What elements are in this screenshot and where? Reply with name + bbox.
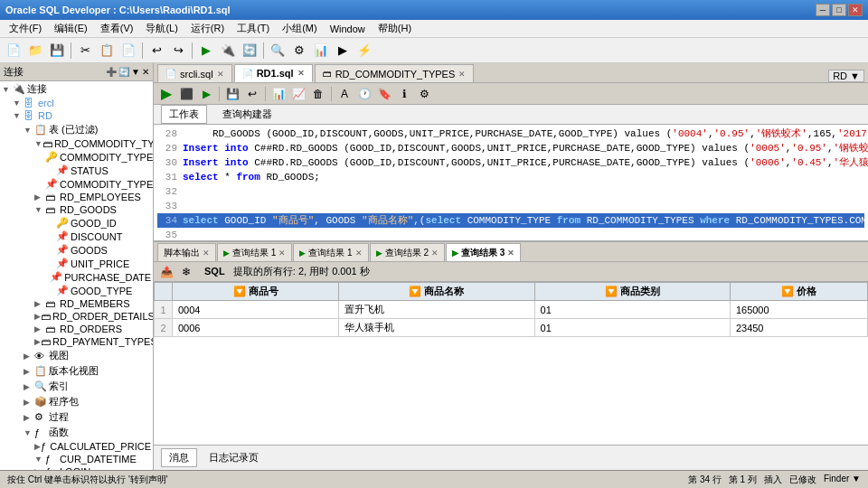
sidebar-item-versioned-views[interactable]: ▶ 📋 版本化视图 (0, 363, 153, 379)
sidebar-item-members[interactable]: ▶ 🗃 RD_MEMBERS (0, 297, 153, 310)
tab-rd1[interactable]: 📄 RD1.sql ✕ (234, 64, 313, 82)
sidebar-item-col-discount[interactable]: 📌 DISCOUNT (0, 230, 153, 243)
result-tab-close[interactable]: ✕ (431, 249, 439, 258)
sql-editor[interactable]: 28 RD_GOODS (GOOD_ID,DISCOUNT,GOODS,UNIT… (154, 125, 868, 242)
line-content[interactable]: Insert into C##RD.RD_GOODS (GOOD_ID,DISC… (183, 141, 868, 155)
line-content[interactable] (183, 199, 864, 213)
msg-tab-log[interactable]: 日志记录页 (201, 448, 267, 467)
sidebar-item-orders[interactable]: ▶ 🗃 RD_ORDERS (0, 323, 153, 335)
result-export-btn[interactable]: 📤 (157, 263, 175, 281)
status-finder[interactable]: Finder ▼ (824, 474, 861, 486)
toolbar-refresh[interactable]: 🔄 (240, 41, 259, 61)
hist-button[interactable]: 🕐 (355, 85, 373, 103)
result-tab-q1a[interactable]: ▶ 查询结果 1 ✕ (217, 243, 292, 261)
sidebar-item-ercl[interactable]: ▼ 🗄 ercl (0, 97, 153, 109)
result-tab-script[interactable]: 脚本输出 ✕ (157, 243, 216, 261)
minimize-button[interactable]: ─ (816, 4, 830, 16)
line-content[interactable] (183, 184, 864, 199)
sidebar-item-functions[interactable]: ▼ ƒ 函数 (0, 425, 153, 440)
clear-button[interactable]: 🗑 (309, 85, 327, 103)
result-tab-q2[interactable]: ▶ 查询结果 2 ✕ (370, 243, 445, 261)
sidebar-item-col-unit-price[interactable]: 📌 UNIT_PRICE (0, 257, 153, 270)
tab-rd-commodity[interactable]: 🗃 RD_COMMODITY_TYPES ✕ (315, 64, 475, 82)
result-tab-close[interactable]: ✕ (507, 249, 514, 258)
explain-button[interactable]: 📊 (269, 85, 288, 103)
run-script-button[interactable]: ▶ (157, 85, 175, 103)
menu-edit[interactable]: 编辑(E) (49, 20, 93, 37)
maximize-button[interactable]: □ (832, 4, 846, 16)
autotrace-button[interactable]: 📈 (289, 85, 307, 103)
menu-run[interactable]: 运行(R) (185, 20, 230, 37)
sidebar-item-fn-cur-datetime[interactable]: ▼ ƒ CUR_DATETIME (0, 453, 153, 465)
rollback-button[interactable]: ↩ (243, 85, 261, 103)
line-content[interactable]: select GOOD_ID "商品号", GOODS "商品名称",(sele… (183, 213, 868, 228)
sidebar-item-col-good-type[interactable]: 📌 GOOD_TYPE (0, 284, 153, 297)
menu-file[interactable]: 文件(F) (4, 20, 47, 37)
toolbar-extra3[interactable]: ⚡ (354, 41, 374, 61)
toolbar-cut[interactable]: ✂ (75, 41, 95, 61)
bookmark-button[interactable]: 🔖 (375, 85, 393, 103)
sidebar-close-icon[interactable]: ✕ (142, 67, 149, 77)
result-tab-close[interactable]: ✕ (278, 249, 286, 258)
close-button[interactable]: ✕ (848, 4, 863, 16)
toolbar-undo[interactable]: ↩ (146, 41, 166, 61)
toolbar-redo[interactable]: ↪ (168, 41, 188, 61)
sidebar-item-fn-login[interactable]: ▶ ƒ LOGIN (0, 465, 153, 470)
result-tab-close[interactable]: ✕ (355, 249, 363, 258)
sidebar-item-tables-folder[interactable]: ▼ 📋 表 (已过滤) (0, 122, 153, 137)
sidebar-item-procedures[interactable]: ▶ ⚙ 过程 (0, 409, 153, 425)
menu-help[interactable]: 帮助(H) (373, 20, 417, 37)
line-content[interactable]: select * from RD_GOODS; (183, 170, 864, 184)
toolbar-run[interactable]: ▶ (196, 41, 216, 61)
sidebar-item-employees[interactable]: ▶ 🗃 RD_EMPLOYEES (0, 191, 153, 203)
sidebar-item-indexes[interactable]: ▶ 🔍 索引 (0, 379, 153, 394)
tab-worksheet[interactable]: 工作表 (161, 105, 207, 124)
result-tab-q3[interactable]: ▶ 查询结果 3 ✕ (446, 243, 521, 261)
toolbar-extra[interactable]: 📊 (311, 41, 331, 61)
menu-nav[interactable]: 导航(L) (140, 20, 183, 37)
toolbar-paste[interactable]: 📄 (118, 41, 138, 61)
line-content[interactable]: RD_GOODS (GOOD_ID,DISCOUNT,GOODS,UNIT_PR… (183, 127, 868, 141)
sidebar-item-order-detailss[interactable]: ▶ 🗃 RD_ORDER_DETAILSS (0, 310, 153, 323)
toolbar-connect[interactable]: 🔌 (218, 41, 238, 61)
tab-close[interactable]: ✕ (217, 70, 224, 79)
commit-button[interactable]: 💾 (223, 85, 241, 103)
sidebar-item-rd[interactable]: ▼ 🗄 RD (0, 109, 153, 122)
grid-header-col2[interactable]: 🔽 商品名称 (339, 283, 534, 301)
menu-team[interactable]: 小组(M) (277, 20, 323, 37)
toolbar-settings[interactable]: ⚙ (289, 41, 309, 61)
info-button[interactable]: ⚙ (415, 85, 433, 103)
sidebar-item-connections[interactable]: ▼ 🔌 连接 (0, 81, 153, 97)
toolbar-extra2[interactable]: ▶ (333, 41, 353, 61)
line-content[interactable] (183, 228, 864, 242)
grid-header-col3[interactable]: 🔽 商品类别 (534, 283, 730, 301)
tab-query-builder[interactable]: 查询构建器 (214, 105, 280, 124)
sidebar-item-col-status[interactable]: 📌 STATUS (0, 164, 153, 177)
result-tab-q1b[interactable]: ▶ 查询结果 1 ✕ (293, 243, 368, 261)
result-freeze-btn[interactable]: ❄ (177, 263, 195, 281)
sidebar-item-commodity-types[interactable]: ▼ 🗃 RD_COMMODITY_TYPES (0, 137, 153, 150)
format-button[interactable]: A (335, 85, 354, 103)
run-single-button[interactable]: ▶ (197, 85, 215, 103)
sidebar-item-goods[interactable]: ▼ 🗃 RD_GOODS (0, 203, 153, 216)
sidebar-item-fn-calculated-price[interactable]: ▶ ƒ CALCULATED_PRICE (0, 440, 153, 453)
sidebar-item-col-commodity-type[interactable]: 📌 COMMODITY_TYPE (0, 177, 153, 191)
tab-close[interactable]: ✕ (458, 70, 466, 79)
sidebar-item-col-commodity-types-id[interactable]: 🔑 COMMODITY_TYPES_ID (0, 150, 153, 164)
grid-header-col1[interactable]: 🔽 商品号 (173, 283, 339, 301)
result-tab-close[interactable]: ✕ (203, 249, 210, 258)
toolbar-search[interactable]: 🔍 (268, 41, 288, 61)
sidebar-refresh-icon[interactable]: 🔄 (118, 67, 129, 77)
snippet-button[interactable]: ℹ (395, 85, 413, 103)
sidebar-item-col-purchase-date[interactable]: 📌 PURCHASE_DATE (0, 270, 153, 284)
toolbar-copy[interactable]: 📋 (97, 41, 117, 61)
line-content[interactable]: Insert into C##RD.RD_GOODS (GOOD_ID,DISC… (183, 155, 868, 170)
sidebar-item-payment-types[interactable]: ▶ 🗃 RD_PAYMENT_TYPES (0, 335, 153, 348)
menu-tools[interactable]: 工具(T) (231, 20, 275, 37)
toolbar-open[interactable]: 📁 (25, 41, 45, 61)
sidebar-add-icon[interactable]: ➕ (106, 67, 117, 77)
menu-window[interactable]: Window (325, 22, 371, 36)
msg-tab-messages[interactable]: 消息 (161, 448, 197, 467)
sidebar-item-packages[interactable]: ▶ 📦 程序包 (0, 394, 153, 409)
sidebar-item-col-goods[interactable]: 📌 GOODS (0, 243, 153, 257)
